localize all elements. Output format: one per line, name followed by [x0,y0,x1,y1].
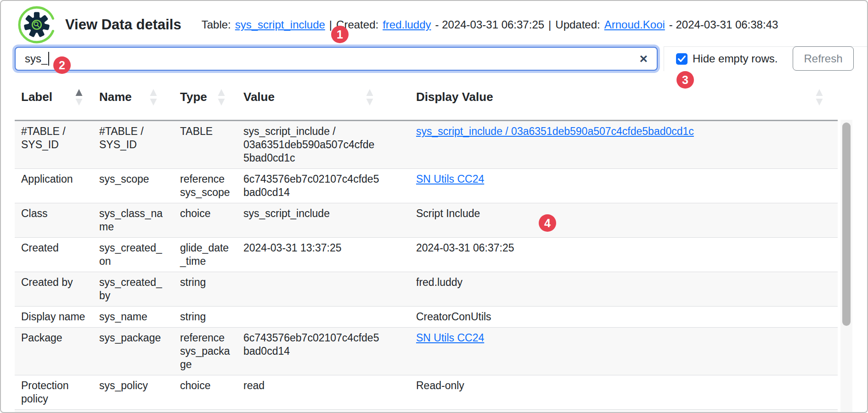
display-value-text: Read-only [416,380,464,391]
cell-value: read [237,375,410,409]
display-value-link[interactable]: SN Utils CC24 [416,332,484,344]
meta-separator: | [329,18,332,31]
table-row: Createdsys_created_onglide_date_time2024… [15,238,838,272]
cell-value: 6c743576eb7c02107c4cfde5bad0cd14 [237,169,410,203]
sort-icon[interactable] [149,89,158,106]
table-row: Protection policysys_policychoicereadRea… [15,375,838,410]
cell-name: script [93,410,174,413]
refresh-button[interactable]: Refresh [793,46,854,71]
table-row: Display namesys_namestringCreatorConUtil… [15,307,838,328]
cell-label: Created [15,238,93,272]
cell-display-value: 2024-03-31 06:37:25 [410,238,838,272]
column-header-label: Name [99,90,132,104]
cell-label: Display name [15,307,93,327]
cell-name: sys_created_by [93,272,174,306]
table-row: Classsys_class_namechoicesys_script_incl… [15,203,838,238]
column-header-label: Value [243,90,275,104]
column-header-name[interactable]: Name [93,74,174,120]
cell-name: #TABLE / SYS_ID [93,121,174,168]
column-header-value[interactable]: Value [237,74,410,120]
table-label: Table: [202,18,231,31]
table-row: Applicationsys_scopereference sys_scope6… [15,169,838,203]
table-row: #TABLE / SYS_ID#TABLE / SYS_IDTABLEsys_s… [15,121,838,169]
cell-display-value: Read-only [410,375,838,409]
sort-icon[interactable] [217,89,226,106]
table-header-row: LabelNameTypeValueDisplay Value [15,74,838,120]
view-data-details-window: { "colors": { "annotation_red": "#e84150… [0,0,868,413]
cell-name: sys_created_on [93,238,174,272]
cell-value: sys_script_include [237,203,410,237]
sort-icon[interactable] [365,89,374,106]
cell-type: reference sys_scope [174,169,237,203]
cell-name: sys_name [93,307,174,327]
updated-label: Updated: [555,18,600,31]
cell-display-value: SN Utils CC24 [410,328,838,375]
column-header-label[interactable]: Label [15,74,93,120]
text-cursor [48,52,49,66]
annotation-badge-4: 4 [539,214,556,232]
cell-display-value: sys_script_include / 03a6351deb590a507c4… [410,121,838,168]
record-meta: Table: sys_script_include | Created: fre… [202,18,778,31]
cell-value [237,410,410,413]
cell-label: Created by [15,272,93,306]
checkmark-icon [678,56,686,62]
cell-value: 6c743576eb7c02107c4cfde5bad0cd14 [237,328,410,375]
created-user-link[interactable]: fred.luddy [383,18,431,31]
display-value-text: CreatorConUtils [416,311,491,323]
display-value-text: Script Include [416,207,480,219]
cell-display-value: SN Utils CC24 [410,169,838,203]
cell-label: Protection policy [15,375,93,409]
cell-name: sys_package [93,328,174,375]
table-row: Scriptscriptscript_plainvar CreatorConUt… [15,410,838,413]
search-input[interactable]: sys_ × [15,47,658,71]
display-value-link[interactable]: SN Utils CC24 [416,173,484,185]
cell-display-value: Script Include [410,203,838,237]
column-header-type[interactable]: Type [174,74,237,120]
cell-name: sys_class_name [93,203,174,237]
annotation-badge-1: 1 [331,26,349,43]
cell-type: choice [174,375,237,409]
cell-label: Application [15,169,93,203]
cell-type: TABLE [174,121,237,168]
display-value-text: fred.luddy [416,276,462,288]
sn-utils-gear-icon [17,6,56,44]
column-header-label: Label [21,90,52,104]
sort-icon[interactable] [74,89,84,106]
display-value-link[interactable]: sys_script_include / 03a6351deb590a507c4… [416,125,694,137]
cell-name: sys_scope [93,169,174,203]
column-header-label: Type [180,90,207,104]
hide-empty-rows-control: Hide empty rows. [676,47,778,71]
cell-value: sys_script_include / 03a6351deb590a507c4… [237,121,410,168]
column-header-display-value[interactable]: Display Value [410,74,838,120]
hide-empty-checkbox[interactable] [676,53,688,65]
table-body: #TABLE / SYS_ID#TABLE / SYS_IDTABLEsys_s… [15,120,838,413]
annotation-badge-2: 2 [53,56,71,74]
cell-display-value: var CreatorConUtils = Class.create(); [410,410,838,413]
column-header-label: Display Value [416,90,493,104]
cell-display-value: fred.luddy [410,272,838,306]
table-link[interactable]: sys_script_include [235,18,325,31]
cell-label: Package [15,328,93,375]
cell-label: Class [15,203,93,237]
cell-name: sys_policy [93,375,174,409]
cell-value: 2024-03-31 13:37:25 [237,238,410,272]
cell-type: reference sys_package [174,328,237,375]
created-timestamp: - 2024-03-31 06:37:25 [435,18,545,31]
cell-type: script_plain [174,410,237,413]
cell-value [237,272,410,306]
scrollbar-thumb[interactable] [842,123,851,326]
table-scrollbar[interactable] [840,120,852,413]
cell-value [237,307,410,327]
cell-label: Script [15,410,93,413]
hide-empty-label: Hide empty rows. [693,52,778,65]
updated-user-link[interactable]: Arnoud.Kooi [604,18,665,31]
meta-separator: | [548,18,551,31]
display-value-text: 2024-03-31 06:37:25 [416,242,514,254]
app-header: View Data details Table: sys_script_incl… [17,5,778,45]
table-row: Packagesys_packagereference sys_package6… [15,328,838,375]
clear-search-icon[interactable]: × [639,52,648,66]
cell-type: glide_date_time [174,238,237,272]
sort-icon[interactable] [815,89,824,106]
cell-label: #TABLE / SYS_ID [15,121,93,168]
updated-timestamp: - 2024-03-31 06:38:43 [669,18,778,31]
